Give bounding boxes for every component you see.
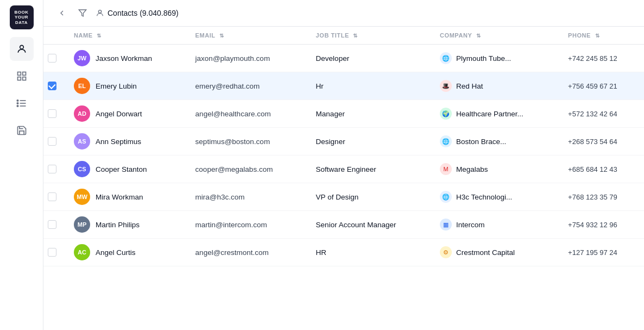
company-logo-icon: 🎩 <box>440 80 452 92</box>
row-name-cell: JWJaxson Workman <box>65 45 187 72</box>
logo[interactable]: BOOKYOURDATA <box>10 5 34 29</box>
svg-point-8 <box>17 100 18 102</box>
table-body: JWJaxson Workmanjaxon@playmouth.comDevel… <box>43 45 644 266</box>
sidebar-item-table[interactable] <box>10 64 34 88</box>
chevron-left-icon <box>58 9 66 17</box>
row-checkbox-cell <box>43 100 65 128</box>
row-checkbox[interactable] <box>48 248 56 257</box>
row-name-cell: ADAngel Dorwart <box>65 100 187 128</box>
row-email-cell: jaxon@playmouth.com <box>187 45 307 72</box>
row-checkbox[interactable] <box>48 220 56 229</box>
company-name: Intercom <box>456 221 485 229</box>
table-row[interactable]: ACAngel Curtisangel@crestmont.comHR⚙Cres… <box>43 239 644 266</box>
filter-button[interactable] <box>75 7 90 20</box>
topbar: Contacts (9.040.869) <box>43 0 644 27</box>
svg-point-10 <box>17 105 18 107</box>
row-job-title-cell: Manager <box>307 100 431 128</box>
table-row[interactable]: MPMartin Philipsmartin@intercom.comSenio… <box>43 211 644 239</box>
row-job-title-cell: HR <box>307 239 431 266</box>
select-all-header <box>43 27 65 45</box>
email-sort-icon: ⇅ <box>219 33 224 39</box>
row-name-cell: ASAnn Septimus <box>65 128 187 155</box>
row-job-title-cell: Hr <box>307 72 431 100</box>
svg-point-12 <box>98 10 101 13</box>
svg-rect-1 <box>17 72 21 76</box>
contact-name: Angel Dorwart <box>96 110 142 118</box>
row-name-cell: MPMartin Philips <box>65 211 187 239</box>
row-checkbox[interactable] <box>48 165 56 173</box>
contact-name: Angel Curtis <box>96 248 136 257</box>
row-company-cell: ▦Intercom <box>431 211 559 239</box>
row-checkbox-cell <box>43 128 65 155</box>
svg-rect-2 <box>22 72 26 76</box>
row-checkbox[interactable] <box>48 54 56 63</box>
table-row[interactable]: ASAnn Septimusseptimus@boston.comDesigne… <box>43 128 644 155</box>
row-checkbox[interactable] <box>48 82 56 90</box>
row-job-title-cell: Senior Account Manager <box>307 211 431 239</box>
list-icon <box>16 98 27 109</box>
col-email-label: EMAIL <box>195 32 216 39</box>
company-name: Megalabs <box>456 165 488 173</box>
job-sort-icon: ⇅ <box>353 33 358 39</box>
col-company[interactable]: COMPANY ⇅ <box>431 27 559 45</box>
row-name-cell: MWMira Workman <box>65 183 187 211</box>
row-company-cell: 🌍Healthcare Partner... <box>431 100 559 128</box>
company-logo-icon: 🌐 <box>440 135 452 147</box>
table-row[interactable]: MWMira Workmanmira@h3c.comVP of Design🌐H… <box>43 183 644 211</box>
row-email-cell: emery@redhat.com <box>187 72 307 100</box>
sidebar-item-save[interactable] <box>10 119 34 142</box>
phone-sort-icon: ⇅ <box>595 33 600 39</box>
row-checkbox[interactable] <box>48 192 56 201</box>
person-icon <box>16 43 27 54</box>
company-name: H3c Technologi... <box>456 193 512 201</box>
row-checkbox[interactable] <box>48 137 56 146</box>
grid-icon <box>16 71 27 82</box>
contact-name: Emery Lubin <box>96 82 137 90</box>
contact-name: Mira Workman <box>96 193 143 201</box>
row-company-cell: 🌐H3c Technologi... <box>431 183 559 211</box>
col-name[interactable]: NAME ⇅ <box>65 27 187 45</box>
row-phone-cell: +685 684 12 43 <box>559 155 644 183</box>
table-row[interactable]: ELEmery Lubinemery@redhat.comHr🎩Red Hat+… <box>43 72 644 100</box>
row-phone-cell: +268 573 54 64 <box>559 128 644 155</box>
sidebar-item-list[interactable] <box>10 91 34 115</box>
row-checkbox-cell <box>43 239 65 266</box>
row-phone-cell: +768 123 35 79 <box>559 183 644 211</box>
row-checkbox-cell <box>43 155 65 183</box>
company-logo-icon: ⚙ <box>440 246 452 258</box>
back-button[interactable] <box>54 7 70 20</box>
row-checkbox-cell <box>43 211 65 239</box>
table-row[interactable]: ADAngel Dorwartangel@healthcare.comManag… <box>43 100 644 128</box>
row-email-cell: angel@healthcare.com <box>187 100 307 128</box>
col-job-title[interactable]: JOB TITLE ⇅ <box>307 27 431 45</box>
row-job-title-cell: Developer <box>307 45 431 72</box>
contacts-count: Contacts (9.040.869) <box>108 9 179 17</box>
logo-text: BOOKYOURDATA <box>15 10 29 26</box>
row-email-cell: angel@crestmont.com <box>187 239 307 266</box>
col-phone[interactable]: PHONE ⇅ <box>559 27 644 45</box>
table-row[interactable]: CSCooper Stantoncooper@megalabs.comSoftw… <box>43 155 644 183</box>
main-panel: Contacts (9.040.869) NAME ⇅ EMAIL ⇅ JO <box>43 0 644 330</box>
row-company-cell: ⚙Crestmont Capital <box>431 239 559 266</box>
contacts-label: Contacts (9.040.869) <box>96 9 179 17</box>
row-phone-cell: +742 245 85 12 <box>559 45 644 72</box>
col-company-label: COMPANY <box>440 32 472 39</box>
col-email[interactable]: EMAIL ⇅ <box>187 27 307 45</box>
company-logo-icon: 🌐 <box>440 191 452 203</box>
sidebar-item-contacts[interactable] <box>10 37 34 61</box>
name-sort-icon: ⇅ <box>97 33 102 39</box>
row-phone-cell: +754 932 12 96 <box>559 211 644 239</box>
svg-point-0 <box>20 45 23 49</box>
contacts-table: NAME ⇅ EMAIL ⇅ JOB TITLE ⇅ COMPANY ⇅ <box>43 27 644 266</box>
row-job-title-cell: Designer <box>307 128 431 155</box>
col-job-title-label: JOB TITLE <box>316 32 349 39</box>
col-name-label: NAME <box>74 32 93 39</box>
sidebar: BOOKYOURDATA <box>0 0 43 330</box>
contacts-table-container: NAME ⇅ EMAIL ⇅ JOB TITLE ⇅ COMPANY ⇅ <box>43 27 644 330</box>
filter-icon <box>78 9 87 17</box>
table-row[interactable]: JWJaxson Workmanjaxon@playmouth.comDevel… <box>43 45 644 72</box>
contact-name: Ann Septimus <box>96 138 141 146</box>
row-job-title-cell: Software Engineer <box>307 155 431 183</box>
svg-rect-3 <box>17 77 21 80</box>
row-checkbox[interactable] <box>48 109 56 118</box>
